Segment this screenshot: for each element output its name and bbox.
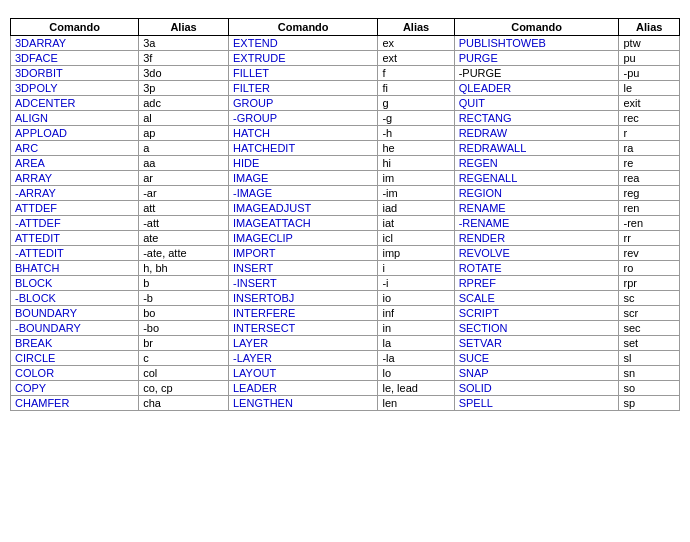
table-row: -BLOCK-bINSERTOBJioSCALEsc [11,291,680,306]
alias-cell: i [378,261,454,276]
alias-cell: -pu [619,66,680,81]
column-header: Alias [619,19,680,36]
command-cell: -ARRAY [11,186,139,201]
command-cell: BHATCH [11,261,139,276]
table-row: -ATTDEF-attIMAGEATTACHiat-RENAME-ren [11,216,680,231]
alias-cell: bo [139,306,229,321]
table-row: CIRCLEc-LAYER-laSUCEsl [11,351,680,366]
table-row: BREAKbrLAYERlaSETVARset [11,336,680,351]
table-row: -ARRAY-ar-IMAGE-imREGIONreg [11,186,680,201]
table-row: APPLOADapHATCH-hREDRAWr [11,126,680,141]
alias-cell: -b [139,291,229,306]
alias-cell: ren [619,201,680,216]
command-cell: ALIGN [11,111,139,126]
command-cell: CHAMFER [11,396,139,411]
command-cell: RPREF [454,276,619,291]
command-cell: IMAGECLIP [228,231,377,246]
command-cell: COPY [11,381,139,396]
alias-cell: rr [619,231,680,246]
table-row: BHATCHh, bhINSERTiROTATEro [11,261,680,276]
command-cell: SOLID [454,381,619,396]
command-cell: ROTATE [454,261,619,276]
alias-cell: inf [378,306,454,321]
alias-cell: ext [378,51,454,66]
alias-cell: im [378,171,454,186]
command-cell: INSERTOBJ [228,291,377,306]
command-cell: PURGE [454,51,619,66]
table-row: AREAaaHIDEhiREGENre [11,156,680,171]
column-header: Comando [454,19,619,36]
command-cell: ADCENTER [11,96,139,111]
table-row: ALIGNal-GROUP-gRECTANGrec [11,111,680,126]
alias-cell: adc [139,96,229,111]
alias-cell: rpr [619,276,680,291]
alias-cell: cha [139,396,229,411]
alias-cell: ptw [619,36,680,51]
command-cell: RENAME [454,201,619,216]
command-cell: BLOCK [11,276,139,291]
command-cell: 3DORBIT [11,66,139,81]
command-cell: LEADER [228,381,377,396]
alias-cell: aa [139,156,229,171]
command-cell: SCALE [454,291,619,306]
alias-cell: 3do [139,66,229,81]
command-cell: -IMAGE [228,186,377,201]
alias-cell: -att [139,216,229,231]
alias-cell: sc [619,291,680,306]
command-cell: ARRAY [11,171,139,186]
alias-cell: rea [619,171,680,186]
command-cell: INTERSECT [228,321,377,336]
command-cell: 3DFACE [11,51,139,66]
alias-cell: co, cp [139,381,229,396]
command-cell: -GROUP [228,111,377,126]
alias-cell: ar [139,171,229,186]
command-cell: 3DPOLY [11,81,139,96]
alias-cell: -i [378,276,454,291]
command-cell: REGENALL [454,171,619,186]
alias-cell: le, lead [378,381,454,396]
alias-cell: sl [619,351,680,366]
command-cell: IMAGEATTACH [228,216,377,231]
table-row: 3DFACE3fEXTRUDEextPURGEpu [11,51,680,66]
command-cell: LENGTHEN [228,396,377,411]
alias-cell: 3p [139,81,229,96]
table-row: 3DORBIT3doFILLETf-PURGE-pu [11,66,680,81]
alias-cell: lo [378,366,454,381]
alias-cell: icl [378,231,454,246]
alias-cell: rec [619,111,680,126]
alias-cell: he [378,141,454,156]
table-row: 3DARRAY3aEXTENDexPUBLISHTOWEBptw [11,36,680,51]
alias-cell: sn [619,366,680,381]
command-cell: EXTRUDE [228,51,377,66]
alias-cell: in [378,321,454,336]
alias-cell: -ate, atte [139,246,229,261]
alias-cell: h, bh [139,261,229,276]
alias-cell: len [378,396,454,411]
command-cell: INTERFERE [228,306,377,321]
alias-cell: ex [378,36,454,51]
command-cell: SNAP [454,366,619,381]
command-cell: REDRAWALL [454,141,619,156]
alias-cell: reg [619,186,680,201]
command-cell: GROUP [228,96,377,111]
table-row: 3DPOLY3pFILTERfiQLEADERle [11,81,680,96]
alias-cell: imp [378,246,454,261]
alias-cell: hi [378,156,454,171]
alias-cell: br [139,336,229,351]
command-cell: FILTER [228,81,377,96]
table-row: -BOUNDARY-boINTERSECTinSECTIONsec [11,321,680,336]
alias-cell: fi [378,81,454,96]
table-row: BLOCKb-INSERT-iRPREFrpr [11,276,680,291]
alias-cell: la [378,336,454,351]
table-row: -ATTEDIT-ate, atteIMPORTimpREVOLVErev [11,246,680,261]
command-cell: BREAK [11,336,139,351]
alias-cell: so [619,381,680,396]
command-cell: -INSERT [228,276,377,291]
alias-cell: a [139,141,229,156]
command-cell: SECTION [454,321,619,336]
alias-cell: 3a [139,36,229,51]
alias-cell: col [139,366,229,381]
alias-cell: -ar [139,186,229,201]
table-row: COLORcolLAYOUTloSNAPsn [11,366,680,381]
command-cell: BOUNDARY [11,306,139,321]
